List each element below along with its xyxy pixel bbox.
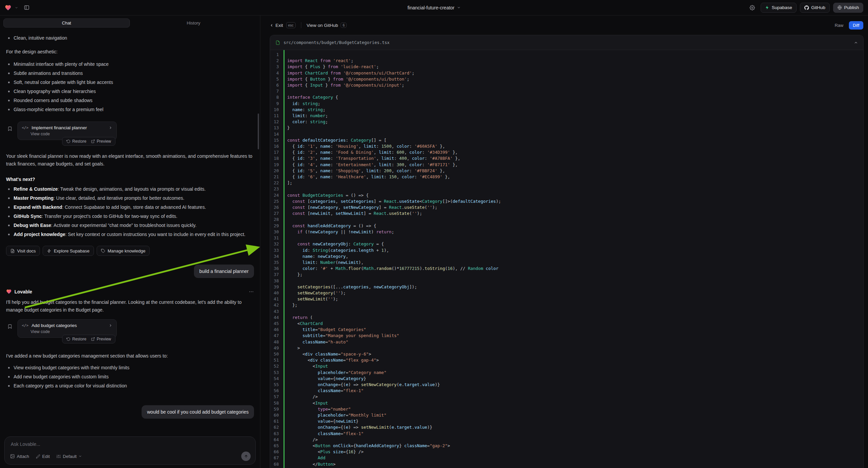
- preview-button[interactable]: Preview: [89, 336, 113, 342]
- code-line: 43: [270, 309, 863, 315]
- line-number: 29: [270, 223, 282, 229]
- code-line: 57 />: [270, 394, 863, 400]
- restore-preview-toolbar: Restore Preview: [62, 137, 116, 146]
- line-number: 3: [270, 64, 282, 70]
- visit-docs-button[interactable]: Visit docs: [6, 246, 40, 256]
- line-number: 36: [270, 266, 282, 272]
- composer: Attach Edit Default: [4, 436, 256, 465]
- supabase-button[interactable]: Supabase: [761, 3, 797, 13]
- code-line: 26 const [newCategory, setNewCategory] =…: [270, 204, 863, 210]
- view-code-link[interactable]: View code: [22, 131, 113, 136]
- attach-button[interactable]: Attach: [9, 453, 30, 460]
- code-line: 2import React from 'react';: [270, 58, 863, 64]
- toolbar-divider: [301, 22, 301, 28]
- code-line: 35 limit: Number(newLimit),: [270, 260, 863, 266]
- line-number: 54: [270, 376, 282, 382]
- code-line: 30 if (!newCategory || !newLimit) return…: [270, 229, 863, 235]
- tab-chat[interactable]: Chat: [3, 19, 130, 28]
- restore-button[interactable]: Restore: [64, 138, 88, 144]
- view-code-link[interactable]: View code: [22, 329, 113, 334]
- code-line: 40 setNewCategory('');: [270, 290, 863, 296]
- supabase-bolt-icon: [765, 5, 769, 10]
- list-item: Rounded corners and subtle shadows: [6, 96, 254, 105]
- line-number: 67: [270, 455, 282, 461]
- file-path: src/components/budget/BudgetCategories.t…: [283, 40, 390, 45]
- code-line: 51 <div className="flex gap-4">: [270, 357, 863, 363]
- send-button[interactable]: [241, 451, 251, 461]
- line-number: 39: [270, 284, 282, 290]
- gear-icon: [750, 5, 755, 10]
- code-line: 13}: [270, 125, 863, 131]
- line-number: 58: [270, 400, 282, 406]
- raw-toggle-button[interactable]: Raw: [831, 22, 847, 29]
- app-root: financial-future-creator Supabase GitHub…: [0, 0, 868, 468]
- lovable-logo-icon[interactable]: [5, 4, 11, 11]
- code-line: 37 };: [270, 272, 863, 277]
- line-number: 18: [270, 155, 282, 162]
- code-line: 38: [270, 278, 863, 284]
- line-number: 51: [270, 357, 282, 363]
- bookmark-icon[interactable]: [7, 126, 12, 131]
- manage-knowledge-button[interactable]: Manage knowledge: [97, 246, 150, 256]
- list-item: Subtle animations and transitions: [6, 69, 254, 78]
- settings-button[interactable]: [747, 3, 757, 13]
- toggle-sidebar-button[interactable]: [22, 3, 32, 13]
- restore-button[interactable]: Restore: [64, 336, 88, 342]
- logo-menu-chevron-down-icon[interactable]: [15, 6, 18, 9]
- project-switcher[interactable]: financial-future-creator: [407, 5, 460, 10]
- external-link-icon: [91, 337, 95, 341]
- line-number: 55: [270, 382, 282, 388]
- line-number: 48: [270, 339, 282, 345]
- code-line: 68 </Button>: [270, 461, 863, 467]
- file-header[interactable]: src/components/budget/BudgetCategories.t…: [270, 35, 863, 50]
- exit-button[interactable]: Exit: [270, 23, 283, 28]
- line-number: 25: [270, 198, 282, 204]
- code-line: 31: [270, 235, 863, 241]
- view-on-github-button[interactable]: View on GitHub: [307, 23, 338, 28]
- code-icon: </>: [22, 125, 29, 130]
- line-number: 13: [270, 125, 282, 131]
- preview-button[interactable]: Preview: [89, 138, 113, 144]
- publish-button[interactable]: Publish: [833, 3, 863, 13]
- file-text-icon: [10, 249, 15, 253]
- code-line: 9 id: string;: [270, 101, 863, 107]
- github-button[interactable]: GitHub: [800, 3, 830, 13]
- tab-history[interactable]: History: [130, 19, 257, 28]
- line-number: 23: [270, 186, 282, 192]
- edit-mode-button[interactable]: Edit: [35, 453, 50, 460]
- lovable-heart-icon: [6, 289, 12, 294]
- code-line: 17 { id: '2', name: 'Food & Dining', lim…: [270, 149, 863, 155]
- code-line: 64 />: [270, 437, 863, 443]
- code-line: 11 limit: number;: [270, 113, 863, 119]
- line-number: 17: [270, 149, 282, 155]
- chat-input[interactable]: [9, 441, 251, 447]
- code-line: 65 <Button onClick={handleAddCategory} c…: [270, 443, 863, 449]
- more-options-button[interactable]: [249, 289, 254, 294]
- next-step-item: Debug with Ease: Activate our experiment…: [6, 221, 254, 230]
- line-number: 5: [270, 76, 282, 82]
- line-number: 62: [270, 425, 282, 430]
- line-number: 43: [270, 309, 282, 315]
- assistant-header: Lovable: [6, 289, 254, 294]
- line-number: 4: [270, 70, 282, 76]
- arrow-up-icon: [244, 454, 248, 459]
- line-number: 11: [270, 113, 282, 119]
- list-item: View existing budget categories with the…: [6, 363, 254, 372]
- bookmark-icon[interactable]: [7, 324, 12, 329]
- diff-toggle-button[interactable]: Diff: [849, 21, 863, 30]
- list-item: Clean, intuitive navigation: [6, 34, 254, 42]
- line-number: 10: [270, 107, 282, 113]
- line-number: 9: [270, 101, 282, 107]
- code-line: 47 subtitle="Manage your spending limits…: [270, 333, 863, 339]
- code-line: 48 className="h-auto": [270, 339, 863, 345]
- chat-mode-selector[interactable]: Default: [56, 453, 83, 460]
- code-line: 55 onChange={(e) => setNewCategory(e.tar…: [270, 382, 863, 388]
- collapse-file-button[interactable]: [854, 40, 858, 45]
- assistant-name: Lovable: [14, 289, 32, 294]
- added-bullet-list: View existing budget categories with the…: [6, 363, 254, 390]
- explore-supabase-button[interactable]: Explore Supabase: [42, 246, 94, 256]
- chat-scrollbar-thumb[interactable]: [258, 114, 259, 149]
- code-line: 23: [270, 186, 863, 192]
- list-item: Minimalist interface with plenty of whit…: [6, 60, 254, 69]
- code-area[interactable]: 12import React from 'react';3import { Pl…: [270, 50, 863, 468]
